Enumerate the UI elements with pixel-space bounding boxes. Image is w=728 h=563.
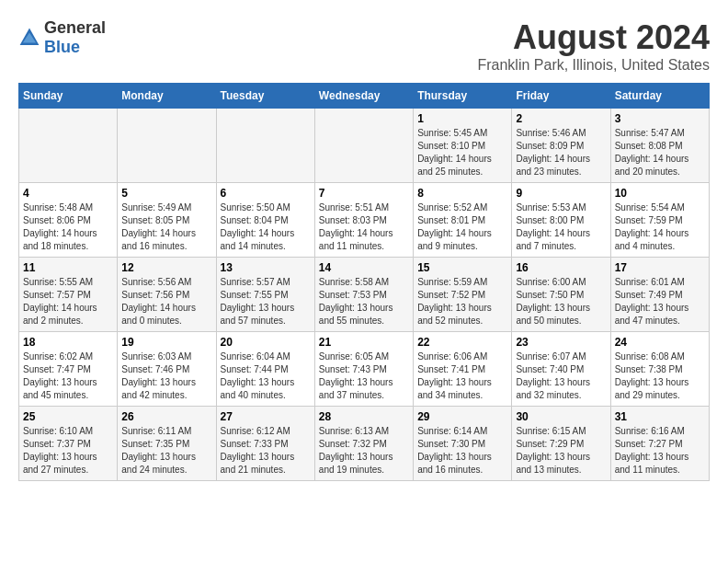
day-info: Sunrise: 5:52 AM Sunset: 8:01 PM Dayligh… — [417, 201, 507, 253]
day-info: Sunrise: 5:58 AM Sunset: 7:53 PM Dayligh… — [319, 276, 409, 327]
calendar-cell: 6Sunrise: 5:50 AM Sunset: 8:04 PM Daylig… — [216, 183, 314, 258]
calendar-cell: 7Sunrise: 5:51 AM Sunset: 8:03 PM Daylig… — [314, 183, 413, 258]
day-info: Sunrise: 5:54 AM Sunset: 7:59 PM Dayligh… — [615, 201, 705, 253]
weekday-header-row: SundayMondayTuesdayWednesdayThursdayFrid… — [19, 84, 710, 109]
weekday-header: Thursday — [414, 84, 512, 109]
calendar-cell: 17Sunrise: 6:01 AM Sunset: 7:49 PM Dayli… — [610, 258, 709, 332]
calendar-cell: 13Sunrise: 5:57 AM Sunset: 7:55 PM Dayli… — [216, 258, 314, 332]
calendar-cell: 20Sunrise: 6:04 AM Sunset: 7:44 PM Dayli… — [216, 332, 314, 407]
day-number: 15 — [417, 261, 507, 274]
day-info: Sunrise: 6:07 AM Sunset: 7:40 PM Dayligh… — [516, 350, 606, 402]
title-block: August 2024 Franklin Park, Illinois, Uni… — [477, 18, 710, 74]
calendar-cell: 14Sunrise: 5:58 AM Sunset: 7:53 PM Dayli… — [314, 258, 413, 332]
day-number: 3 — [615, 112, 705, 125]
day-number: 10 — [615, 187, 705, 200]
weekday-header: Saturday — [610, 84, 709, 109]
calendar-cell: 24Sunrise: 6:08 AM Sunset: 7:38 PM Dayli… — [610, 332, 709, 407]
calendar-cell: 25Sunrise: 6:10 AM Sunset: 7:37 PM Dayli… — [19, 407, 118, 481]
day-number: 28 — [319, 410, 409, 423]
calendar-cell: 28Sunrise: 6:13 AM Sunset: 7:32 PM Dayli… — [314, 407, 413, 481]
logo: General Blue — [18, 18, 106, 57]
calendar-cell: 5Sunrise: 5:49 AM Sunset: 8:05 PM Daylig… — [118, 183, 216, 258]
calendar-cell: 2Sunrise: 5:46 AM Sunset: 8:09 PM Daylig… — [512, 109, 610, 183]
calendar-cell: 1Sunrise: 5:45 AM Sunset: 8:10 PM Daylig… — [414, 109, 512, 183]
calendar-cell: 15Sunrise: 5:59 AM Sunset: 7:52 PM Dayli… — [414, 258, 512, 332]
day-info: Sunrise: 5:59 AM Sunset: 7:52 PM Dayligh… — [417, 276, 507, 327]
day-info: Sunrise: 6:02 AM Sunset: 7:47 PM Dayligh… — [23, 350, 113, 402]
calendar-cell: 22Sunrise: 6:06 AM Sunset: 7:41 PM Dayli… — [414, 332, 512, 407]
day-number: 12 — [121, 261, 211, 274]
weekday-header: Friday — [512, 84, 610, 109]
calendar-cell: 21Sunrise: 6:05 AM Sunset: 7:43 PM Dayli… — [314, 332, 413, 407]
day-number: 2 — [516, 112, 606, 125]
day-info: Sunrise: 5:53 AM Sunset: 8:00 PM Dayligh… — [516, 201, 606, 253]
calendar-cell: 3Sunrise: 5:47 AM Sunset: 8:08 PM Daylig… — [610, 109, 709, 183]
day-number: 8 — [417, 187, 507, 200]
day-number: 17 — [615, 261, 705, 274]
weekday-header: Sunday — [19, 84, 118, 109]
day-info: Sunrise: 6:04 AM Sunset: 7:44 PM Dayligh… — [221, 350, 311, 402]
day-number: 30 — [516, 410, 606, 423]
day-number: 18 — [23, 336, 113, 349]
day-info: Sunrise: 5:46 AM Sunset: 8:09 PM Dayligh… — [516, 127, 606, 178]
month-title: August 2024 — [477, 18, 710, 57]
day-number: 27 — [221, 410, 311, 423]
day-number: 4 — [23, 187, 113, 200]
day-number: 22 — [417, 336, 507, 349]
day-number: 23 — [516, 336, 606, 349]
calendar-week-row: 11Sunrise: 5:55 AM Sunset: 7:57 PM Dayli… — [19, 258, 710, 332]
calendar-cell: 27Sunrise: 6:12 AM Sunset: 7:33 PM Dayli… — [216, 407, 314, 481]
day-info: Sunrise: 6:06 AM Sunset: 7:41 PM Dayligh… — [417, 350, 507, 402]
logo-blue: Blue — [44, 38, 80, 56]
day-number: 1 — [417, 112, 507, 125]
logo-general: General — [44, 18, 106, 37]
calendar-cell: 10Sunrise: 5:54 AM Sunset: 7:59 PM Dayli… — [610, 183, 709, 258]
calendar-week-row: 4Sunrise: 5:48 AM Sunset: 8:06 PM Daylig… — [19, 183, 710, 258]
calendar-cell: 29Sunrise: 6:14 AM Sunset: 7:30 PM Dayli… — [414, 407, 512, 481]
calendar-cell — [118, 109, 216, 183]
day-info: Sunrise: 5:55 AM Sunset: 7:57 PM Dayligh… — [23, 276, 113, 327]
calendar-cell: 18Sunrise: 6:02 AM Sunset: 7:47 PM Dayli… — [19, 332, 118, 407]
day-info: Sunrise: 6:11 AM Sunset: 7:35 PM Dayligh… — [121, 425, 211, 477]
weekday-header: Monday — [118, 84, 216, 109]
day-number: 21 — [319, 336, 409, 349]
day-info: Sunrise: 6:03 AM Sunset: 7:46 PM Dayligh… — [121, 350, 211, 402]
location-title: Franklin Park, Illinois, United States — [477, 57, 710, 74]
day-info: Sunrise: 5:45 AM Sunset: 8:10 PM Dayligh… — [417, 127, 507, 178]
day-number: 7 — [319, 187, 409, 200]
day-info: Sunrise: 5:51 AM Sunset: 8:03 PM Dayligh… — [319, 201, 409, 253]
day-number: 25 — [23, 410, 113, 423]
weekday-header: Tuesday — [216, 84, 314, 109]
day-info: Sunrise: 6:15 AM Sunset: 7:29 PM Dayligh… — [516, 425, 606, 477]
day-number: 11 — [23, 261, 113, 274]
day-number: 14 — [319, 261, 409, 274]
day-info: Sunrise: 5:49 AM Sunset: 8:05 PM Dayligh… — [121, 201, 211, 253]
day-info: Sunrise: 5:56 AM Sunset: 7:56 PM Dayligh… — [121, 276, 211, 327]
day-info: Sunrise: 6:13 AM Sunset: 7:32 PM Dayligh… — [319, 425, 409, 477]
calendar-table: SundayMondayTuesdayWednesdayThursdayFrid… — [18, 83, 710, 481]
calendar-cell — [19, 109, 118, 183]
day-number: 24 — [615, 336, 705, 349]
calendar-cell: 9Sunrise: 5:53 AM Sunset: 8:00 PM Daylig… — [512, 183, 610, 258]
day-number: 16 — [516, 261, 606, 274]
day-number: 13 — [221, 261, 311, 274]
calendar-cell: 4Sunrise: 5:48 AM Sunset: 8:06 PM Daylig… — [19, 183, 118, 258]
calendar-cell: 26Sunrise: 6:11 AM Sunset: 7:35 PM Dayli… — [118, 407, 216, 481]
logo-icon — [18, 27, 40, 49]
calendar-week-row: 18Sunrise: 6:02 AM Sunset: 7:47 PM Dayli… — [19, 332, 710, 407]
day-info: Sunrise: 6:12 AM Sunset: 7:33 PM Dayligh… — [221, 425, 311, 477]
calendar-cell — [314, 109, 413, 183]
day-number: 29 — [417, 410, 507, 423]
weekday-header: Wednesday — [314, 84, 413, 109]
day-info: Sunrise: 5:50 AM Sunset: 8:04 PM Dayligh… — [221, 201, 311, 253]
day-info: Sunrise: 6:14 AM Sunset: 7:30 PM Dayligh… — [417, 425, 507, 477]
calendar-week-row: 25Sunrise: 6:10 AM Sunset: 7:37 PM Dayli… — [19, 407, 710, 481]
calendar-cell: 30Sunrise: 6:15 AM Sunset: 7:29 PM Dayli… — [512, 407, 610, 481]
day-number: 5 — [121, 187, 211, 200]
day-info: Sunrise: 6:05 AM Sunset: 7:43 PM Dayligh… — [319, 350, 409, 402]
calendar-cell: 11Sunrise: 5:55 AM Sunset: 7:57 PM Dayli… — [19, 258, 118, 332]
calendar-cell: 16Sunrise: 6:00 AM Sunset: 7:50 PM Dayli… — [512, 258, 610, 332]
calendar-cell: 12Sunrise: 5:56 AM Sunset: 7:56 PM Dayli… — [118, 258, 216, 332]
day-info: Sunrise: 5:57 AM Sunset: 7:55 PM Dayligh… — [221, 276, 311, 327]
day-number: 31 — [615, 410, 705, 423]
